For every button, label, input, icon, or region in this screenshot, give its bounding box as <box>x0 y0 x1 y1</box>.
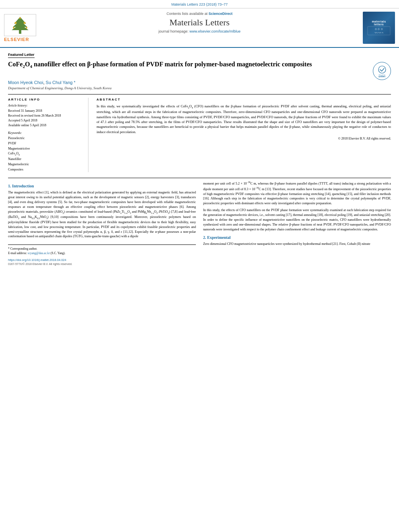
keyword-4: CoFe2O4 <box>8 151 82 157</box>
badge-line2: letters <box>374 23 384 26</box>
article-content: Featured Letter CoFe2O4 nanofiller effec… <box>0 48 399 270</box>
abstract-col: ABSTRACT In this study, we systematicall… <box>97 98 391 172</box>
accepted-date: Accepted 5 April 2018 <box>8 118 82 123</box>
keywords-label: Keywords: <box>8 131 82 135</box>
keyword-6: Magnetoelectric <box>8 162 82 167</box>
svg-point-12 <box>378 66 386 73</box>
homepage-label: journal homepage: <box>158 29 189 33</box>
article-history: Article history: Received 31 January 201… <box>8 104 82 128</box>
copyright-text: © 2018 Elsevier B.V. All rights reserved… <box>97 137 391 140</box>
page-container: Materials Letters 223 (2018) 73–77 <box>0 0 399 270</box>
keyword-3: Magnetostrictive <box>8 146 82 152</box>
science-direct-link[interactable]: ScienceDirect <box>209 12 233 16</box>
intro-para1: The magnetoelectric effect [1], which is… <box>8 190 196 239</box>
keyword-7: Composites <box>8 167 82 173</box>
svg-text:∿∿∿∿∿: ∿∿∿∿∿ <box>374 31 384 34</box>
svg-point-6 <box>13 27 14 29</box>
svg-point-7 <box>26 27 27 29</box>
intro-heading: 1. Introduction <box>8 184 196 188</box>
journal-title-large: Materials Letters <box>48 17 351 28</box>
email-label: E-mail address: <box>8 251 27 255</box>
journal-homepage: journal homepage: www.elsevier.com/locat… <box>48 29 351 33</box>
body-right-col: moment per unit cell of 5.2 × 10−30C m, … <box>203 181 391 265</box>
materials-letters-badge: materials letters ◇ ◇ ◇ ∿∿∿∿∿ <box>363 12 395 44</box>
citation-text: Materials Letters 223 (2018) 73–77 <box>171 2 228 6</box>
body-left-col: 1. Introduction The magnetoelectric effe… <box>8 181 196 265</box>
experimental-text: Zero dimensional CFO magnetostrictive na… <box>203 242 391 246</box>
email-line: E-mail address: scyang@dau.ac.kr (S.C. Y… <box>8 251 196 256</box>
featured-letter-label: Featured Letter <box>8 53 35 58</box>
body-two-col: 1. Introduction The magnetoelectric effe… <box>8 178 391 265</box>
check-updates-badge: Check for updates updates <box>373 62 391 80</box>
doi-link[interactable]: https://doi.org/10.1016/j.matlet.2018.04… <box>8 258 66 262</box>
email-person: (S.C. Yang). <box>51 251 66 255</box>
article-info-col: ARTICLE INFO Article history: Received 3… <box>8 98 88 172</box>
doi-line: https://doi.org/10.1016/j.matlet.2018.04… <box>8 258 196 262</box>
available-date: Available online 5 April 2018 <box>8 123 82 128</box>
journal-header-center: Contents lists available at ScienceDirec… <box>44 12 355 44</box>
authors: Moon Hyeok Choi, Su Chul Yang * <box>8 80 391 85</box>
received-revised-date: Received in revised form 26 March 2018 <box>8 113 82 118</box>
right-para1: moment per unit cell of 5.2 × 10−30C m, … <box>203 181 391 206</box>
journal-header-left: ELSEVIER <box>4 12 44 44</box>
svg-text:◇ ◇ ◇: ◇ ◇ ◇ <box>374 28 383 30</box>
author-2[interactable]: Su Chul Yang <box>46 80 73 85</box>
keywords-section: Keywords: Piezoelectric PVDF Magnetostri… <box>8 131 82 172</box>
svg-point-8 <box>19 17 21 19</box>
article-info-label: ARTICLE INFO <box>8 98 82 101</box>
article-info-abstract-section: ARTICLE INFO Article history: Received 3… <box>8 94 391 172</box>
svg-point-5 <box>24 22 26 24</box>
issn-text: 0167-577X/© 2018 Elsevier B.V. All right… <box>8 263 196 265</box>
keyword-1: Piezoelectric <box>8 136 82 141</box>
elsevier-tree-svg <box>6 15 34 35</box>
right-para2: In this study, the effects of CFO nanofi… <box>203 208 391 232</box>
email-address[interactable]: scyang@dau.ac.kr <box>28 251 50 255</box>
contents-text: Contents lists available at <box>167 12 208 16</box>
affiliation: Department of Chemical Engineering, Dong… <box>8 86 391 90</box>
corresponding-mark: * <box>74 80 76 85</box>
homepage-link[interactable]: www.elsevier.com/locate/mlblue <box>189 29 241 33</box>
corresponding-note-text: * Corresponding author. <box>8 247 37 251</box>
svg-point-4 <box>15 22 17 24</box>
abstract-text: In this study, we systematically investi… <box>97 104 391 134</box>
article-title: CoFe2O4 nanofiller effect on β-phase for… <box>8 60 369 70</box>
elsevier-name: ELSEVIER <box>4 37 29 42</box>
abstract-label: ABSTRACT <box>97 98 391 101</box>
keyword-5: Nanofiller <box>8 157 82 162</box>
article-title-row: CoFe2O4 nanofiller effect on β-phase for… <box>8 60 391 80</box>
check-updates-text: updates <box>378 75 386 78</box>
journal-header: ELSEVIER Contents lists available at Sci… <box>0 8 399 48</box>
author-1[interactable]: Moon Hyeok Choi <box>8 80 43 85</box>
citation-bar: Materials Letters 223 (2018) 73–77 <box>0 0 399 8</box>
science-direct-text: Contents lists available at ScienceDirec… <box>48 12 351 16</box>
footnote-area: * Corresponding author. E-mail address: … <box>8 244 196 265</box>
badge-line1: materials <box>372 20 386 23</box>
elsevier-logo-img <box>4 14 36 36</box>
journal-header-right: materials letters ◇ ◇ ◇ ∿∿∿∿∿ <box>355 12 395 44</box>
received-date: Received 31 January 2018 <box>8 109 82 113</box>
keyword-2: PVDF <box>8 141 82 146</box>
experimental-heading: 2. Experimental <box>203 235 391 240</box>
elsevier-logo: ELSEVIER <box>4 14 36 42</box>
history-title: Article history: <box>8 104 82 107</box>
corresponding-note: * Corresponding author. <box>8 247 196 251</box>
badge-decoration: ◇ ◇ ◇ ∿∿∿∿∿ <box>367 26 391 36</box>
